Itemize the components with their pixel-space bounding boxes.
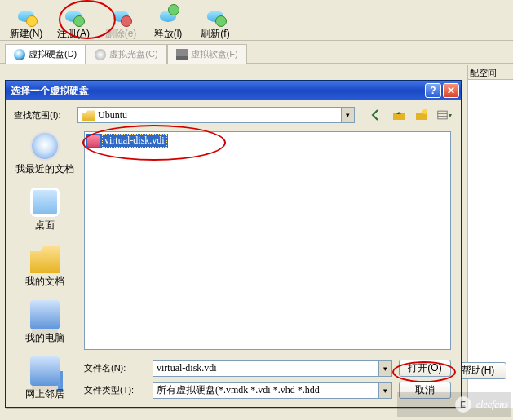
filename-combo[interactable]: virtual-disk.vdi <box>153 360 392 377</box>
register-button[interactable]: 注册(A) <box>51 3 96 40</box>
release-button[interactable]: 释放(l) <box>145 3 191 40</box>
tab-virtual-floppy[interactable]: 虚拟软盘(F) <box>167 44 247 64</box>
network-icon <box>30 356 60 386</box>
folder-icon <box>82 109 95 121</box>
filetype-label: 文件类型(T): <box>84 384 146 396</box>
optical-icon <box>95 49 106 60</box>
lookin-value: Ubuntu <box>98 109 127 122</box>
background-panel: 配空间 <box>467 65 513 408</box>
filename-label: 文件名(N): <box>84 362 146 374</box>
database-new-icon <box>16 6 36 25</box>
open-file-dialog: 选择一个虚拟硬盘 ? ✕ 查找范围(I): Ubuntu <box>5 80 462 408</box>
harddisk-icon <box>14 49 25 60</box>
chevron-down-icon: ▾ <box>449 112 452 119</box>
place-label: 桌面 <box>14 219 76 232</box>
place-desktop[interactable]: 桌面 <box>14 188 76 232</box>
close-icon: ✕ <box>447 85 455 96</box>
open-button[interactable]: 打开(O) <box>399 360 451 377</box>
dialog-titlebar: 选择一个虚拟硬盘 ? ✕ <box>6 81 461 100</box>
chevron-down-icon[interactable] <box>341 108 354 122</box>
place-documents[interactable]: 我的文档 <box>14 244 76 289</box>
media-tabs: 虚拟硬盘(D) 虚拟光盘(C) 虚拟软盘(F) <box>0 41 513 64</box>
database-refresh-icon <box>206 6 225 25</box>
tab-label: 虚拟软盘(F) <box>191 48 238 60</box>
view-menu-button[interactable]: ▾ <box>436 107 453 123</box>
question-icon: ? <box>430 85 436 96</box>
tab-virtual-harddisk[interactable]: 虚拟硬盘(D) <box>5 44 86 64</box>
place-label: 我最近的文档 <box>14 162 76 176</box>
database-register-icon <box>64 6 83 25</box>
filetype-combo[interactable]: 所有虚拟硬盘(*.vmdk *.vdi *.vhd *.hdd <box>153 382 392 399</box>
dialog-nav-icons: ▾ <box>368 107 453 123</box>
place-mycomputer[interactable]: 我的电脑 <box>14 300 76 345</box>
release-button-label: 释放(l) <box>146 27 190 41</box>
register-button-label: 注册(A) <box>51 27 95 41</box>
tab-label: 虚拟硬盘(D) <box>29 48 77 60</box>
column-header-space: 配空间 <box>468 65 513 80</box>
chevron-down-icon[interactable] <box>378 383 391 398</box>
vdi-icon <box>87 135 100 147</box>
refresh-button[interactable]: 刷新(f) <box>192 3 238 40</box>
file-list[interactable]: virtual-disk.vdi <box>84 131 451 350</box>
view-list-icon <box>437 108 448 122</box>
chevron-down-icon[interactable] <box>378 361 391 376</box>
dialog-help-button[interactable]: ? <box>425 83 441 98</box>
filename-value: virtual-disk.vdi <box>157 362 217 374</box>
svg-rect-3 <box>438 111 447 119</box>
delete-button-label: 删除(e) <box>99 27 143 41</box>
filetype-value: 所有虚拟硬盘(*.vmdk *.vdi *.vhd *.hdd <box>157 383 320 397</box>
new-button[interactable]: 新建(N) <box>3 3 49 40</box>
place-label: 我的电脑 <box>14 331 76 345</box>
documents-icon <box>30 244 60 273</box>
new-button-label: 新建(N) <box>4 27 48 41</box>
database-release-icon <box>158 6 178 25</box>
lookin-label: 查找范围(I): <box>14 109 73 122</box>
main-toolbar: 新建(N) 注册(A) 删除(e) 释放(l) 刷新(f) <box>0 0 513 41</box>
database-delete-icon <box>111 6 130 25</box>
folder-up-icon <box>392 108 405 122</box>
floppy-icon <box>176 49 188 60</box>
mycomputer-icon <box>30 300 60 329</box>
place-recent[interactable]: 我最近的文档 <box>14 131 76 176</box>
places-bar: 我最近的文档 桌面 我的文档 我的电脑 网上邻居 <box>14 131 76 413</box>
delete-button: 删除(e) <box>98 3 144 40</box>
dialog-close-button[interactable]: ✕ <box>443 83 459 98</box>
new-folder-button[interactable] <box>413 107 430 123</box>
back-button[interactable] <box>368 107 384 123</box>
file-item-name: virtual-disk.vdi <box>102 134 167 148</box>
file-item[interactable]: virtual-disk.vdi <box>86 134 168 148</box>
lookin-combo[interactable]: Ubuntu <box>77 107 355 123</box>
up-folder-button[interactable] <box>391 107 407 123</box>
svg-point-2 <box>422 109 427 114</box>
folder-star-icon <box>415 108 428 122</box>
cancel-button[interactable]: 取消 <box>399 382 451 399</box>
desktop-icon <box>30 188 60 217</box>
place-label: 我的文档 <box>14 275 76 289</box>
place-network[interactable]: 网上邻居 <box>14 356 76 401</box>
arrow-left-icon <box>369 108 383 122</box>
lookin-row: 查找范围(I): Ubuntu ▾ <box>14 107 453 123</box>
dialog-title: 选择一个虚拟硬盘 <box>11 84 89 98</box>
recent-icon <box>30 131 60 161</box>
tab-label: 虚拟光盘(C) <box>109 48 157 60</box>
dialog-bottom: 文件名(N): virtual-disk.vdi 打开(O) 文件类型(T): … <box>84 355 451 399</box>
tab-virtual-optical[interactable]: 虚拟光盘(C) <box>86 44 166 64</box>
place-label: 网上邻居 <box>14 387 76 401</box>
refresh-button-label: 刷新(f) <box>193 27 237 41</box>
